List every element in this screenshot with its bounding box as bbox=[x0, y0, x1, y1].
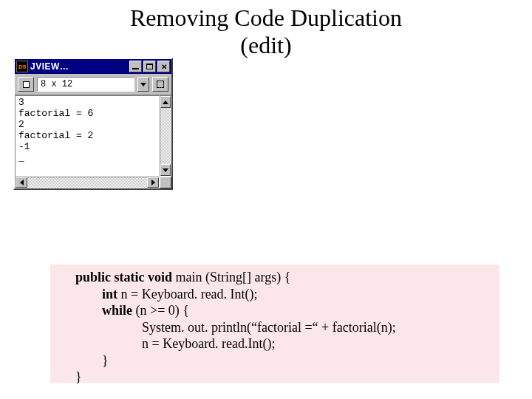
hscroll-track[interactable] bbox=[27, 177, 147, 188]
scroll-up-button[interactable] bbox=[160, 96, 171, 108]
code-block: public static void main (String[] args) … bbox=[50, 265, 499, 383]
toolbar: 8 x 12 bbox=[15, 74, 171, 95]
code-keyword: while bbox=[102, 303, 132, 318]
code-text: main (String[] args) { bbox=[172, 270, 290, 284]
close-button[interactable]: ✕ bbox=[157, 61, 170, 72]
arrow-down-icon bbox=[163, 168, 168, 172]
app-icon: D5 bbox=[16, 61, 28, 72]
horizontal-scrollbar[interactable] bbox=[15, 177, 160, 188]
code-text: (n >= 0) { bbox=[132, 303, 189, 318]
code-text: n = Keyboard. read. Int(); bbox=[117, 287, 258, 301]
console-output: 3 factorial = 6 2 factorial = 2 -1 _ bbox=[15, 95, 160, 177]
code-keyword: public static void bbox=[75, 270, 172, 284]
resize-grip[interactable] bbox=[160, 177, 171, 188]
arrow-right-icon bbox=[151, 180, 155, 185]
code-text: } bbox=[75, 369, 82, 384]
maximize-button[interactable] bbox=[143, 61, 156, 72]
minimize-button[interactable] bbox=[129, 61, 142, 72]
scroll-down-button[interactable] bbox=[160, 164, 171, 176]
titlebar[interactable]: D5 JVIEW… ✕ bbox=[15, 59, 171, 74]
code-text bbox=[75, 303, 102, 318]
scroll-right-button[interactable] bbox=[147, 177, 159, 188]
scroll-track[interactable] bbox=[160, 108, 171, 164]
vertical-scrollbar[interactable] bbox=[160, 95, 171, 177]
scroll-left-button[interactable] bbox=[16, 177, 27, 188]
code-text: System. out. println(“factorial =“ + fac… bbox=[75, 320, 396, 335]
chevron-down-icon bbox=[140, 83, 146, 86]
font-size-field[interactable]: 8 x 12 bbox=[37, 77, 134, 92]
jview-window: D5 JVIEW… ✕ 8 x 12 3 factorial = 6 2 fac… bbox=[13, 58, 173, 190]
slide-title: Removing Code Duplication(edit) bbox=[0, 4, 532, 59]
code-text: } bbox=[75, 353, 109, 368]
arrow-up-icon bbox=[163, 100, 168, 104]
code-keyword: int bbox=[102, 287, 117, 301]
mark-button[interactable] bbox=[152, 77, 168, 92]
font-dropdown-button[interactable] bbox=[137, 77, 149, 92]
window-title: JVIEW… bbox=[30, 61, 128, 72]
arrow-left-icon bbox=[20, 180, 24, 185]
selection-icon bbox=[157, 81, 164, 88]
system-menu-button[interactable] bbox=[18, 77, 34, 92]
code-text: n = Keyboard. read.Int(); bbox=[75, 336, 276, 351]
code-text bbox=[75, 287, 102, 301]
